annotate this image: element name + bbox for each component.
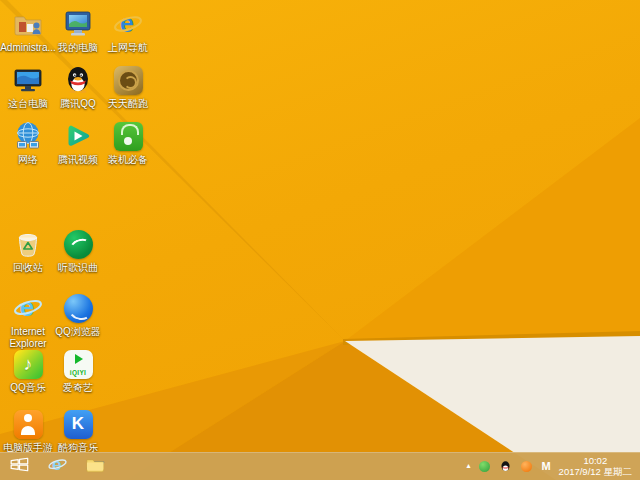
ie-e-icon: e [12, 292, 44, 324]
ie-e-icon: e [47, 454, 68, 479]
tray-antivirus-icon[interactable] [478, 460, 491, 473]
desktop-icon-network[interactable]: 网络 [0, 120, 56, 166]
iqiyi-wordmark: iQIYI [64, 369, 93, 376]
icon-label: 天天酷跑 [100, 98, 156, 110]
icon-label: 我的电脑 [50, 42, 106, 54]
system-tray: ▴ M 10:02 2017/9/12 星期二 [466, 452, 640, 480]
taskbar-file-explorer-button[interactable] [76, 452, 114, 480]
taskbar: e ▴ M 10:02 2017/9/12 星期二 [0, 452, 640, 480]
icon-label: 腾讯视频 [50, 154, 106, 166]
icon-label: 听歌识曲 [50, 262, 106, 274]
blue-k-icon: K [62, 408, 94, 440]
desktop-icon-mobile-game-pc[interactable]: 电脑版手游 [0, 408, 56, 454]
crt-monitor-icon [62, 8, 94, 40]
desktop-icon-recycle-bin[interactable]: 回收站 [0, 228, 56, 274]
penguin-icon [62, 64, 94, 96]
blue-e-icon: e [112, 8, 144, 40]
windows-logo-icon [8, 453, 31, 480]
green-bag-icon [112, 120, 144, 152]
icon-label: 腾讯QQ [50, 98, 106, 110]
clock[interactable]: 10:02 2017/9/12 星期二 [559, 455, 632, 477]
icon-label: 装机必备 [100, 154, 156, 166]
recycle-bin-icon [12, 228, 44, 260]
desktop-icon-tencent-qq[interactable]: 腾讯QQ [50, 64, 106, 110]
desktop-icon-song-recognition[interactable]: 听歌识曲 [50, 228, 106, 274]
tray-qq-penguin-icon[interactable] [499, 460, 512, 473]
icon-label: 网络 [0, 154, 56, 166]
music-note-icon: ♪ [12, 348, 44, 380]
icon-label: Internet Explorer [0, 326, 56, 350]
iqiyi-logo-icon: iQIYI [62, 348, 94, 380]
icon-label: 这台电脑 [0, 98, 56, 110]
user-folder-icon [12, 8, 44, 40]
kugou-letter: K [72, 414, 84, 434]
gold-emblem-icon [112, 64, 144, 96]
desktop-icon-administrator[interactable]: Administra... [0, 8, 56, 54]
svg-text:e: e [20, 292, 34, 322]
icon-label: QQ音乐 [0, 382, 56, 394]
desktop-icon-qq-music[interactable]: ♪ QQ音乐 [0, 348, 56, 394]
globe-icon [12, 120, 44, 152]
svg-text:e: e [52, 454, 61, 473]
folder-icon [85, 454, 106, 479]
icon-label: 上网导航 [100, 42, 156, 54]
desktop-icon-tiantian-game[interactable]: 天天酷跑 [100, 64, 156, 110]
tray-alert-icon[interactable] [520, 460, 533, 473]
desktop-icon-essential-software[interactable]: 装机必备 [100, 120, 156, 166]
icon-label: QQ浏览器 [50, 326, 106, 338]
taskbar-ie-button[interactable]: e [38, 452, 76, 480]
desktop-icon-iqiyi[interactable]: iQIYI 爱奇艺 [50, 348, 106, 394]
orange-figure-icon [12, 408, 44, 440]
green-circle-icon [62, 228, 94, 260]
blue-globe-swirl-icon [62, 292, 94, 324]
clock-time: 10:02 [559, 455, 632, 466]
desktop-icon-qq-browser[interactable]: QQ浏览器 [50, 292, 106, 338]
music-note-glyph: ♪ [24, 355, 33, 373]
icon-label: Administra... [0, 42, 56, 54]
hidden-icons-chevron[interactable]: ▴ [466, 462, 470, 470]
clock-date: 2017/9/12 星期二 [559, 466, 632, 477]
desktop-icon-internet-explorer[interactable]: e Internet Explorer [0, 292, 56, 350]
svg-text:e: e [120, 9, 134, 37]
desktop-icon-web-navigation[interactable]: e 上网导航 [100, 8, 156, 54]
icon-label: 回收站 [0, 262, 56, 274]
icon-label: 爱奇艺 [50, 382, 106, 394]
desktop-icon-tencent-video[interactable]: 腾讯视频 [50, 120, 106, 166]
desktop-icon-my-computer[interactable]: 我的电脑 [50, 8, 106, 54]
input-method-indicator[interactable]: M [541, 460, 550, 472]
play-logo-icon [62, 120, 94, 152]
desktop-icon-this-pc[interactable]: 这台电脑 [0, 64, 56, 110]
flat-monitor-icon [12, 64, 44, 96]
desktop-icon-kugou-music[interactable]: K 酷狗音乐 [50, 408, 106, 454]
start-button[interactable] [0, 452, 38, 480]
